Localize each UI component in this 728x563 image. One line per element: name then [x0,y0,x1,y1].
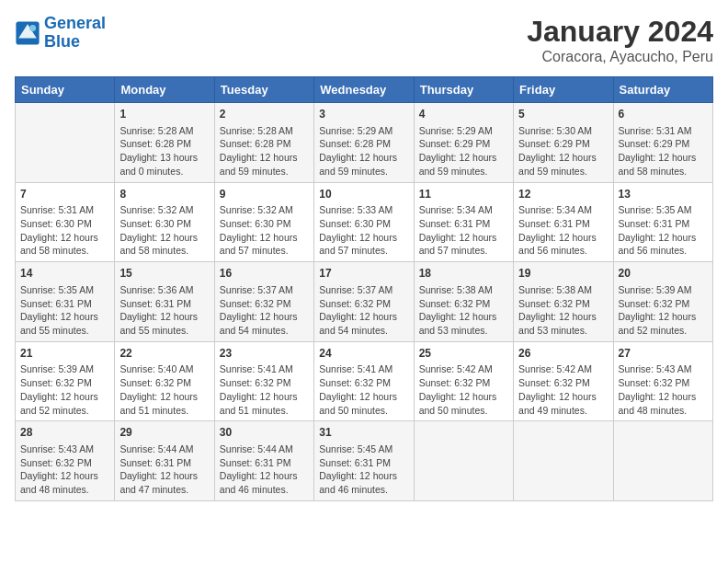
day-number: 4 [419,107,508,122]
day-info: Sunrise: 5:33 AM Sunset: 6:30 PM Dayligh… [319,203,408,258]
day-info: Sunrise: 5:31 AM Sunset: 6:29 PM Dayligh… [619,124,708,178]
day-info: Sunrise: 5:41 AM Sunset: 6:32 PM Dayligh… [319,362,408,417]
day-number: 8 [119,187,209,202]
calendar-cell: 31Sunrise: 5:45 AM Sunset: 6:31 PM Dayli… [314,421,414,501]
day-number: 25 [419,346,508,362]
calendar-cell: 14Sunrise: 5:35 AM Sunset: 6:31 PM Dayli… [16,262,115,342]
calendar-cell: 15Sunrise: 5:36 AM Sunset: 6:31 PM Dayli… [115,262,214,342]
header-tuesday: Tuesday [214,77,313,103]
day-number: 29 [119,425,209,441]
header-saturday: Saturday [613,77,712,103]
day-number: 22 [119,346,209,362]
header-friday: Friday [514,77,613,103]
header-thursday: Thursday [414,77,513,103]
day-number: 9 [220,187,309,202]
day-info: Sunrise: 5:35 AM Sunset: 6:31 PM Dayligh… [619,203,708,258]
day-number: 16 [220,266,309,282]
day-info: Sunrise: 5:44 AM Sunset: 6:31 PM Dayligh… [119,442,209,497]
calendar-cell [414,421,513,501]
calendar-cell: 13Sunrise: 5:35 AM Sunset: 6:31 PM Dayli… [613,182,712,262]
day-number: 19 [518,266,608,282]
day-info: Sunrise: 5:38 AM Sunset: 6:32 PM Dayligh… [518,283,608,338]
calendar-header-row: SundayMondayTuesdayWednesdayThursdayFrid… [16,77,713,103]
day-info: Sunrise: 5:34 AM Sunset: 6:31 PM Dayligh… [518,203,608,258]
day-number: 5 [518,107,608,122]
day-info: Sunrise: 5:31 AM Sunset: 6:30 PM Dayligh… [20,203,109,258]
day-number: 21 [20,346,109,362]
calendar-cell: 12Sunrise: 5:34 AM Sunset: 6:31 PM Dayli… [514,182,613,262]
calendar-cell: 8Sunrise: 5:32 AM Sunset: 6:30 PM Daylig… [115,182,214,262]
logo-blue: Blue [44,32,80,51]
calendar-cell: 20Sunrise: 5:39 AM Sunset: 6:32 PM Dayli… [613,262,712,342]
calendar-week-row: 7Sunrise: 5:31 AM Sunset: 6:30 PM Daylig… [16,182,713,262]
day-info: Sunrise: 5:40 AM Sunset: 6:32 PM Dayligh… [119,362,209,417]
calendar-cell: 21Sunrise: 5:39 AM Sunset: 6:32 PM Dayli… [16,341,115,421]
calendar-week-row: 14Sunrise: 5:35 AM Sunset: 6:31 PM Dayli… [16,262,713,342]
header-monday: Monday [115,77,214,103]
day-info: Sunrise: 5:30 AM Sunset: 6:29 PM Dayligh… [518,124,608,178]
day-info: Sunrise: 5:29 AM Sunset: 6:28 PM Dayligh… [319,124,408,178]
day-info: Sunrise: 5:38 AM Sunset: 6:32 PM Dayligh… [419,283,508,338]
day-info: Sunrise: 5:43 AM Sunset: 6:32 PM Dayligh… [619,362,708,417]
day-info: Sunrise: 5:37 AM Sunset: 6:32 PM Dayligh… [220,283,309,338]
calendar-cell: 24Sunrise: 5:41 AM Sunset: 6:32 PM Dayli… [314,341,414,421]
day-number: 11 [419,187,508,202]
day-info: Sunrise: 5:45 AM Sunset: 6:31 PM Dayligh… [319,442,408,497]
day-info: Sunrise: 5:28 AM Sunset: 6:28 PM Dayligh… [220,124,309,178]
calendar-subtitle: Coracora, Ayacucho, Peru [527,49,713,65]
day-number: 15 [119,266,209,282]
day-info: Sunrise: 5:39 AM Sunset: 6:32 PM Dayligh… [619,283,708,338]
calendar-cell: 29Sunrise: 5:44 AM Sunset: 6:31 PM Dayli… [115,421,214,501]
day-number: 12 [518,187,608,202]
title-block: January 2024 Coracora, Ayacucho, Peru [527,15,713,65]
day-number: 28 [20,425,109,441]
day-number: 23 [220,346,309,362]
day-info: Sunrise: 5:35 AM Sunset: 6:31 PM Dayligh… [20,283,109,338]
day-info: Sunrise: 5:41 AM Sunset: 6:32 PM Dayligh… [220,362,309,417]
day-info: Sunrise: 5:42 AM Sunset: 6:32 PM Dayligh… [419,362,508,417]
logo-general: General [44,14,106,32]
day-number: 30 [220,425,309,441]
calendar-cell [16,103,115,183]
calendar-cell: 9Sunrise: 5:32 AM Sunset: 6:30 PM Daylig… [214,182,313,262]
day-number: 17 [319,266,408,282]
day-info: Sunrise: 5:36 AM Sunset: 6:31 PM Dayligh… [119,283,209,338]
day-info: Sunrise: 5:28 AM Sunset: 6:28 PM Dayligh… [119,124,209,178]
logo-text: General Blue [44,15,106,52]
day-number: 26 [518,346,608,362]
header-sunday: Sunday [16,77,115,103]
day-info: Sunrise: 5:42 AM Sunset: 6:32 PM Dayligh… [518,362,608,417]
day-info: Sunrise: 5:37 AM Sunset: 6:32 PM Dayligh… [319,283,408,338]
day-number: 24 [319,346,408,362]
day-number: 10 [319,187,408,202]
day-info: Sunrise: 5:34 AM Sunset: 6:31 PM Dayligh… [419,203,508,258]
calendar-cell: 23Sunrise: 5:41 AM Sunset: 6:32 PM Dayli… [214,341,313,421]
calendar-cell: 11Sunrise: 5:34 AM Sunset: 6:31 PM Dayli… [414,182,513,262]
calendar-cell: 18Sunrise: 5:38 AM Sunset: 6:32 PM Dayli… [414,262,513,342]
day-number: 6 [619,107,708,122]
day-info: Sunrise: 5:32 AM Sunset: 6:30 PM Dayligh… [119,203,209,258]
calendar-cell: 6Sunrise: 5:31 AM Sunset: 6:29 PM Daylig… [613,103,712,183]
calendar-cell: 28Sunrise: 5:43 AM Sunset: 6:32 PM Dayli… [16,421,115,501]
logo: General Blue [15,15,106,52]
calendar-cell: 2Sunrise: 5:28 AM Sunset: 6:28 PM Daylig… [214,103,313,183]
calendar-cell: 4Sunrise: 5:29 AM Sunset: 6:29 PM Daylig… [414,103,513,183]
calendar-week-row: 1Sunrise: 5:28 AM Sunset: 6:28 PM Daylig… [16,103,713,183]
day-number: 13 [619,187,708,202]
calendar-cell [613,421,712,501]
day-number: 27 [619,346,708,362]
calendar-cell: 25Sunrise: 5:42 AM Sunset: 6:32 PM Dayli… [414,341,513,421]
calendar-cell: 26Sunrise: 5:42 AM Sunset: 6:32 PM Dayli… [514,341,613,421]
page-header: General Blue January 2024 Coracora, Ayac… [15,15,713,65]
calendar-cell: 5Sunrise: 5:30 AM Sunset: 6:29 PM Daylig… [514,103,613,183]
day-number: 18 [419,266,508,282]
calendar-cell: 3Sunrise: 5:29 AM Sunset: 6:28 PM Daylig… [314,103,414,183]
calendar-table: SundayMondayTuesdayWednesdayThursdayFrid… [15,76,713,501]
logo-icon [15,20,40,46]
calendar-cell: 27Sunrise: 5:43 AM Sunset: 6:32 PM Dayli… [613,341,712,421]
calendar-cell: 7Sunrise: 5:31 AM Sunset: 6:30 PM Daylig… [16,182,115,262]
calendar-cell: 1Sunrise: 5:28 AM Sunset: 6:28 PM Daylig… [115,103,214,183]
day-number: 20 [619,266,708,282]
calendar-cell: 19Sunrise: 5:38 AM Sunset: 6:32 PM Dayli… [514,262,613,342]
day-number: 2 [220,107,309,122]
